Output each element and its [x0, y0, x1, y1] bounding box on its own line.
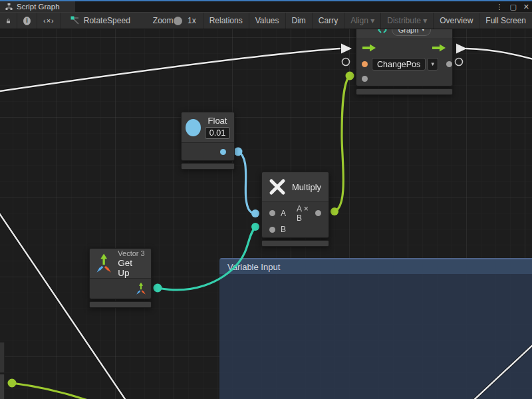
info-icon: i [23, 17, 31, 25]
maximize-icon[interactable]: ▢ [509, 1, 516, 12]
window-controls: ⋮ ▢ ✕ [495, 1, 529, 12]
node-footer [181, 163, 235, 170]
node-title: Float [208, 116, 227, 126]
float-out-port-icon[interactable] [220, 149, 226, 155]
lock-icon [6, 17, 11, 25]
port-label-a: A [281, 209, 286, 218]
variable-name-field[interactable]: ChangePos [372, 58, 426, 70]
window-top-bar: Script Graph ⋮ ▢ ✕ i ‹×› [0, 0, 532, 29]
group-panel-variable-input[interactable]: Variable Input [219, 258, 532, 399]
port-label-b: B [281, 225, 286, 234]
group-panel-header[interactable]: Variable Input [219, 258, 532, 274]
chevron-down-icon: ▼ [430, 61, 436, 67]
toolbar-button-dim[interactable]: Dim [286, 13, 313, 29]
lock-button[interactable] [0, 13, 17, 29]
float-value-input[interactable]: 0.01 [205, 127, 230, 139]
tab-title: Script Graph [17, 3, 60, 11]
value-out-port-icon[interactable] [446, 61, 452, 67]
offscreen-node-edge [0, 342, 5, 372]
tab-script-graph[interactable]: Script Graph [0, 1, 75, 12]
zoom-value: 1x [184, 13, 203, 29]
toolbar-button-values[interactable]: Values [249, 13, 286, 29]
vector3-icon [95, 253, 112, 274]
info-button[interactable]: i [17, 13, 37, 29]
multiply-out-port-icon[interactable] [315, 210, 321, 216]
zoom-to-fit-button[interactable]: ‹×› [37, 13, 61, 29]
node-footer [89, 301, 152, 308]
variable-name-dropdown[interactable]: ChangePos ▼ [372, 58, 438, 70]
group-panel-title: Variable Input [227, 262, 280, 272]
toolbar-button-overview[interactable]: Overview [434, 13, 479, 29]
control-in-arrow-icon[interactable] [362, 44, 376, 52]
value-in-port-icon[interactable] [362, 76, 368, 82]
offscreen-node-edge [0, 374, 5, 399]
node-set-variable[interactable]: Graph ▾ ChangePos [356, 20, 453, 95]
close-icon[interactable]: ✕ [523, 1, 529, 12]
variable-name-caret-button[interactable]: ▼ [427, 58, 438, 70]
zoom-slider-handle[interactable] [174, 17, 182, 25]
node-vector3-get-up[interactable]: Vector 3 Get Up [89, 248, 152, 308]
multiply-b-port-icon[interactable] [269, 227, 275, 233]
node-footer [356, 88, 453, 95]
node-title: Multiply [292, 182, 321, 192]
toolbar-button-align[interactable]: Align ▾ [344, 13, 381, 29]
tab-bar: Script Graph ⋮ ▢ ✕ [0, 1, 532, 12]
node-multiply[interactable]: Multiply A A × B B [261, 172, 329, 247]
graph-node-icon [70, 16, 80, 25]
toolbar-button-relations[interactable]: Relations [203, 13, 249, 29]
node-type-label: Vector 3 [118, 249, 146, 257]
node-footer [261, 240, 329, 247]
name-port-icon[interactable] [362, 61, 368, 67]
graph-name-label: RotateSpeed [84, 16, 130, 25]
multiply-a-port-icon[interactable] [269, 210, 275, 216]
group-panel-body [219, 274, 532, 399]
vector3-out-port-icon[interactable] [135, 282, 147, 295]
graph-toolbar: i ‹×› RotateSpeed Zoom 1x R [0, 12, 532, 29]
graph-breadcrumb[interactable]: RotateSpeed [61, 13, 134, 29]
toolbar-button-full-screen[interactable]: Full Screen [479, 13, 532, 29]
toolbar-button-distribute[interactable]: Distribute ▾ [381, 13, 434, 29]
graph-icon [5, 3, 13, 10]
float-icon [186, 119, 201, 136]
float-value: 0.01 [209, 128, 225, 138]
kebab-menu-icon[interactable]: ⋮ [495, 1, 503, 12]
zoom-slider[interactable] [180, 20, 181, 21]
fit-icon: ‹×› [43, 17, 55, 25]
multiply-icon [269, 178, 286, 196]
node-title: Get Up [118, 258, 146, 278]
node-float[interactable]: Float 0.01 [181, 112, 235, 170]
variable-name-value: ChangePos [377, 60, 420, 69]
port-label-axb: A × B [297, 204, 310, 223]
toolbar-button-carry[interactable]: Carry [313, 13, 344, 29]
control-out-arrow-icon[interactable] [432, 44, 446, 52]
zoom-label: Zoom [134, 13, 178, 29]
script-graph-window: Variable Input [0, 0, 532, 399]
